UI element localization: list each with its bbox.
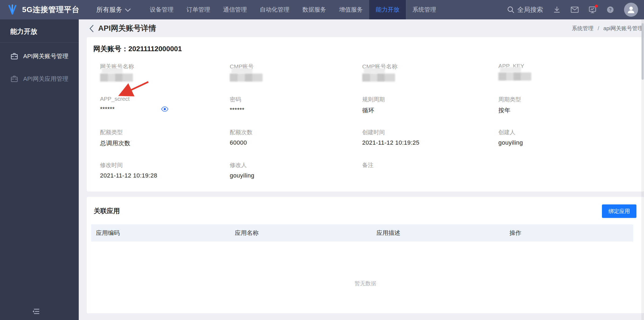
main-content: API网关账号详情 系统管理 / api网关账号管理 网关账号：20211112… bbox=[79, 19, 644, 320]
field-value-text: 循环 bbox=[362, 106, 374, 114]
fields-grid: 网关账号名称 CMP账号 bbox=[100, 63, 644, 192]
field-value: 按年 bbox=[498, 106, 644, 114]
detail-field: APP_screct ****** bbox=[100, 96, 230, 128]
sidebar: 能力开放 API网关账号管理 API网关应用管理 bbox=[0, 19, 79, 320]
topbar-nav-item[interactable]: 自动化管理 bbox=[253, 0, 296, 19]
detail-field: 修改时间 2021-11-12 10:19:28 bbox=[100, 161, 230, 192]
field-value bbox=[100, 74, 230, 82]
field-value-text: 总调用次数 bbox=[100, 139, 131, 147]
topbar-nav-item-label: 订单管理 bbox=[186, 6, 210, 14]
download-icon[interactable] bbox=[553, 6, 561, 14]
topbar: 5G连接管理平台 所有服务 设备管理 订单管理 通信管理 自动化管理 数据服务 bbox=[0, 0, 644, 19]
field-label: 创建人 bbox=[498, 128, 644, 136]
account-title-value: 20211112000001 bbox=[128, 45, 182, 53]
page-head: API网关账号详情 系统管理 / api网关账号管理 bbox=[79, 19, 644, 37]
topbar-nav-item[interactable]: 增值服务 bbox=[333, 0, 369, 19]
detail-field: 备注 bbox=[362, 161, 498, 192]
field-value-text: gouyiling bbox=[230, 172, 254, 179]
account-detail-card: 网关账号：20211112000001 网关账号名称 CMP账号 bbox=[87, 37, 644, 192]
field-label: 周期类型 bbox=[498, 96, 644, 103]
field-value: gouyiling bbox=[230, 172, 362, 179]
detail-field: 配额次数 60000 bbox=[230, 128, 362, 161]
global-search[interactable]: 全局搜索 bbox=[507, 5, 543, 14]
topbar-nav-item[interactable]: 数据服务 bbox=[296, 0, 333, 19]
brand-logo-icon bbox=[6, 4, 18, 16]
bind-app-button[interactable]: 绑定应用 bbox=[602, 204, 636, 218]
topbar-nav-item[interactable]: 系统管理 bbox=[406, 0, 443, 19]
help-icon[interactable]: ? bbox=[606, 6, 614, 14]
eye-icon[interactable] bbox=[161, 105, 169, 113]
field-value bbox=[498, 72, 644, 81]
avatar[interactable] bbox=[624, 3, 638, 17]
briefcase-icon bbox=[10, 52, 18, 60]
back-icon[interactable] bbox=[89, 25, 94, 33]
field-value-text: 2021-11-12 10:19:28 bbox=[100, 172, 157, 179]
topbar-nav-item-label: 能力开放 bbox=[376, 6, 399, 14]
related-apps-card: 关联应用 绑定应用 应用编码 应用名称 应用描述 操作 暂无数据 bbox=[87, 197, 644, 313]
scrollbar-thumb[interactable] bbox=[642, 23, 644, 80]
related-table-header: 应用编码 应用名称 应用描述 操作 bbox=[91, 224, 633, 242]
account-card-title: 网关账号：20211112000001 bbox=[93, 44, 644, 54]
field-value-text: 按年 bbox=[498, 106, 511, 114]
sidebar-title: 能力开放 bbox=[0, 19, 79, 42]
field-value-text: ****** bbox=[100, 106, 115, 113]
field-value bbox=[362, 74, 498, 82]
field-label: 密码 bbox=[230, 96, 362, 103]
scrollbar-track[interactable] bbox=[641, 19, 644, 320]
topbar-nav-item-label: 设备管理 bbox=[150, 6, 173, 14]
global-search-label: 全局搜索 bbox=[517, 5, 543, 14]
sidebar-item-label: API网关账号管理 bbox=[23, 52, 68, 60]
detail-field: 周期类型 按年 bbox=[498, 96, 644, 128]
brand: 5G连接管理平台 bbox=[6, 4, 80, 16]
field-label: APP_screct bbox=[100, 96, 230, 102]
empty-state-text: 暂无数据 bbox=[87, 280, 644, 287]
mail-icon[interactable] bbox=[571, 6, 579, 14]
breadcrumb-item[interactable]: 系统管理 bbox=[572, 25, 594, 31]
sidebar-item[interactable]: API网关账号管理 bbox=[0, 47, 79, 65]
table-column-header: 操作 bbox=[509, 229, 633, 237]
account-title-label: 网关账号 bbox=[93, 45, 121, 53]
table-column-header: 应用编码 bbox=[96, 229, 235, 237]
menu-fold-icon[interactable] bbox=[30, 306, 41, 317]
related-card-title: 关联应用 bbox=[94, 207, 644, 215]
field-value: ****** bbox=[100, 105, 230, 113]
sidebar-item[interactable]: API网关应用管理 bbox=[0, 70, 79, 88]
breadcrumb-current: api网关账号管理 bbox=[603, 25, 643, 31]
detail-field: 配额类型 总调用次数 bbox=[100, 128, 230, 161]
field-value-text: gouyiling bbox=[498, 139, 523, 146]
detail-field: CMP账号 bbox=[230, 63, 362, 96]
table-column-header: 应用名称 bbox=[235, 229, 376, 237]
breadcrumb-separator: / bbox=[598, 25, 599, 31]
brand-title: 5G连接管理平台 bbox=[22, 5, 80, 15]
topbar-nav-item-label: 通信管理 bbox=[223, 6, 247, 14]
detail-field: 密码 ****** bbox=[230, 96, 362, 128]
breadcrumb: 系统管理 / api网关账号管理 bbox=[572, 25, 643, 32]
detail-field: 创建时间 2021-11-12 10:19:25 bbox=[362, 128, 498, 161]
redacted-value-block bbox=[230, 74, 263, 82]
field-value-text: ****** bbox=[230, 106, 244, 113]
redacted-value-block bbox=[498, 72, 531, 81]
sidebar-item-label: API网关应用管理 bbox=[23, 75, 68, 83]
svg-text:?: ? bbox=[609, 8, 612, 12]
chevron-down-icon bbox=[125, 8, 131, 12]
field-value bbox=[230, 74, 362, 82]
topbar-nav-item[interactable]: 订单管理 bbox=[180, 0, 217, 19]
topbar-nav-item[interactable]: 通信管理 bbox=[217, 0, 253, 19]
all-services-label: 所有服务 bbox=[96, 5, 122, 14]
detail-field: APP_KEY bbox=[498, 63, 644, 96]
field-value: 2021-11-12 10:19:25 bbox=[362, 139, 498, 146]
briefcase-icon bbox=[10, 75, 18, 83]
topbar-nav-item[interactable]: 设备管理 bbox=[143, 0, 180, 19]
topnav: 设备管理 订单管理 通信管理 自动化管理 数据服务 增值服务 能力开放 bbox=[143, 0, 443, 19]
field-value: 2021-11-12 10:19:28 bbox=[100, 172, 230, 179]
detail-field: 网关账号名称 bbox=[100, 63, 230, 96]
topbar-nav-item[interactable]: 能力开放 bbox=[369, 0, 406, 19]
field-label: 配额次数 bbox=[230, 128, 362, 136]
detail-field: 创建人 gouyiling bbox=[498, 128, 644, 161]
all-services-menu[interactable]: 所有服务 bbox=[96, 5, 131, 14]
field-label: 创建时间 bbox=[362, 128, 498, 136]
field-label: 规则周期 bbox=[362, 96, 498, 103]
detail-field: 规则周期 循环 bbox=[362, 96, 498, 128]
detail-field: 修改人 gouyiling bbox=[230, 161, 362, 192]
monitor-icon[interactable] bbox=[588, 6, 597, 14]
